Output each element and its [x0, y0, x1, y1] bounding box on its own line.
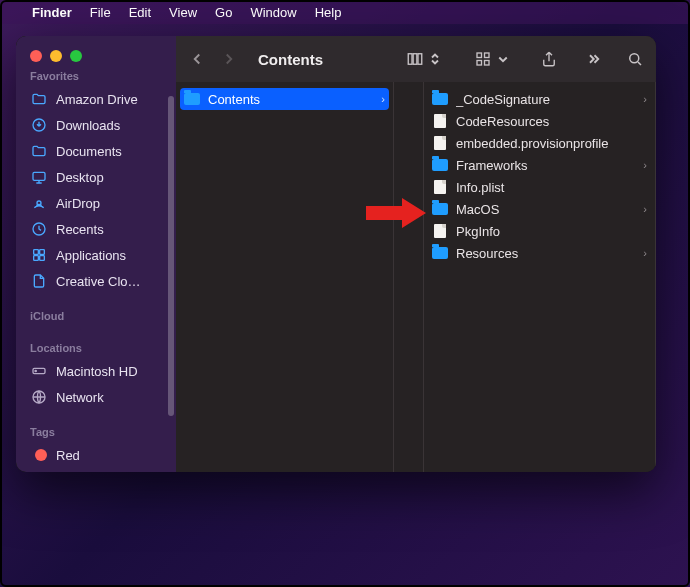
- file-icon: [432, 135, 448, 151]
- row-label: MacOS: [456, 202, 629, 217]
- toolbar: Contents: [176, 36, 656, 82]
- file-icon: [432, 223, 448, 239]
- sidebar-item-creative-cloud[interactable]: Creative Clo…: [16, 268, 176, 294]
- sidebar-item-label: Desktop: [56, 170, 104, 185]
- file-row-info-plist[interactable]: Info.plist: [424, 176, 655, 198]
- column-2: [394, 82, 424, 472]
- share-button[interactable]: [540, 50, 558, 68]
- sidebar-item-label: Macintosh HD: [56, 364, 138, 379]
- chevron-right-icon: ›: [637, 203, 647, 215]
- folder-row-contents[interactable]: Contents ›: [180, 88, 389, 110]
- sidebar-item-label: Downloads: [56, 118, 120, 133]
- file-row[interactable]: PkgInfo: [424, 220, 655, 242]
- folder-row[interactable]: Frameworks ›: [424, 154, 655, 176]
- row-label: Contents: [208, 92, 367, 107]
- sidebar-scrollbar[interactable]: [168, 96, 174, 416]
- app-menu[interactable]: Finder: [32, 5, 72, 20]
- row-label: Frameworks: [456, 158, 629, 173]
- menu-edit[interactable]: Edit: [129, 5, 151, 20]
- chevron-down-icon: [494, 50, 512, 68]
- sidebar-item-network[interactable]: Network: [16, 384, 176, 410]
- forward-button[interactable]: [220, 50, 238, 68]
- svg-rect-15: [485, 53, 490, 58]
- row-label: PkgInfo: [456, 224, 647, 239]
- folder-row[interactable]: Resources ›: [424, 242, 655, 264]
- file-row[interactable]: embedded.provisionprofile: [424, 132, 655, 154]
- sidebar-item-macintosh-hd[interactable]: Macintosh HD: [16, 358, 176, 384]
- svg-rect-14: [477, 53, 482, 58]
- close-button[interactable]: [30, 50, 42, 62]
- menu-view[interactable]: View: [169, 5, 197, 20]
- disk-icon: [30, 362, 48, 380]
- sidebar: Favorites Amazon Drive Downloads Documen…: [16, 36, 176, 472]
- desktop-icon: [30, 168, 48, 186]
- folder-icon: [432, 157, 448, 173]
- column-browser: Contents › _CodeSignature › CodeResource…: [176, 82, 656, 472]
- view-mode-selector[interactable]: [406, 50, 444, 68]
- svg-rect-5: [40, 250, 45, 255]
- tag-red-icon: [30, 446, 48, 464]
- menu-go[interactable]: Go: [215, 5, 232, 20]
- menubar: Finder File Edit View Go Window Help: [0, 0, 690, 24]
- sidebar-item-documents[interactable]: Documents: [16, 138, 176, 164]
- folder-icon: [30, 142, 48, 160]
- airdrop-icon: [30, 194, 48, 212]
- sidebar-item-applications[interactable]: Applications: [16, 242, 176, 268]
- sidebar-item-downloads[interactable]: Downloads: [16, 112, 176, 138]
- row-label: Resources: [456, 246, 629, 261]
- folder-icon: [184, 91, 200, 107]
- sidebar-item-desktop[interactable]: Desktop: [16, 164, 176, 190]
- network-icon: [30, 388, 48, 406]
- back-button[interactable]: [188, 50, 206, 68]
- search-button[interactable]: [626, 50, 644, 68]
- fullscreen-button[interactable]: [70, 50, 82, 62]
- applications-icon: [30, 246, 48, 264]
- sidebar-item-label: Amazon Drive: [56, 92, 138, 107]
- sidebar-item-recents[interactable]: Recents: [16, 216, 176, 242]
- toolbar-overflow-button[interactable]: [584, 50, 602, 68]
- sidebar-section-icloud: iCloud: [16, 302, 176, 326]
- menu-help[interactable]: Help: [315, 5, 342, 20]
- svg-point-18: [630, 54, 639, 63]
- row-label: Info.plist: [456, 180, 647, 195]
- finder-window: Favorites Amazon Drive Downloads Documen…: [16, 36, 656, 472]
- chevron-right-icon: ›: [637, 247, 647, 259]
- row-label: embedded.provisionprofile: [456, 136, 647, 151]
- sidebar-section-favorites: Favorites: [16, 62, 176, 86]
- sidebar-section-tags: Tags: [16, 418, 176, 442]
- svg-point-9: [35, 370, 36, 371]
- svg-rect-7: [40, 256, 45, 261]
- menu-file[interactable]: File: [90, 5, 111, 20]
- sidebar-item-label: Red: [56, 448, 80, 463]
- file-row[interactable]: CodeResources: [424, 110, 655, 132]
- folder-row[interactable]: MacOS ›: [424, 198, 655, 220]
- row-label: CodeResources: [456, 114, 647, 129]
- window-controls: [16, 36, 176, 62]
- download-icon: [30, 116, 48, 134]
- file-icon: [432, 113, 448, 129]
- chevron-updown-icon: [426, 50, 444, 68]
- sidebar-item-amazon-drive[interactable]: Amazon Drive: [16, 86, 176, 112]
- sidebar-item-label: AirDrop: [56, 196, 100, 211]
- menu-window[interactable]: Window: [250, 5, 296, 20]
- folder-icon: [432, 245, 448, 261]
- group-by-selector[interactable]: [474, 50, 512, 68]
- sidebar-item-label: Creative Clo…: [56, 274, 141, 289]
- svg-rect-4: [34, 250, 39, 255]
- svg-rect-11: [408, 54, 412, 65]
- folder-icon: [30, 90, 48, 108]
- minimize-button[interactable]: [50, 50, 62, 62]
- svg-rect-17: [485, 61, 490, 66]
- sidebar-tag-orange[interactable]: Orange: [16, 468, 176, 472]
- sidebar-item-label: Recents: [56, 222, 104, 237]
- chevron-right-icon: ›: [375, 93, 385, 105]
- sidebar-item-label: Documents: [56, 144, 122, 159]
- chevron-right-icon: ›: [637, 159, 647, 171]
- svg-rect-1: [33, 172, 45, 180]
- sidebar-item-airdrop[interactable]: AirDrop: [16, 190, 176, 216]
- sidebar-tag-red[interactable]: Red: [16, 442, 176, 468]
- clock-icon: [30, 220, 48, 238]
- column-view-icon: [406, 50, 424, 68]
- row-label: _CodeSignature: [456, 92, 629, 107]
- folder-row[interactable]: _CodeSignature ›: [424, 88, 655, 110]
